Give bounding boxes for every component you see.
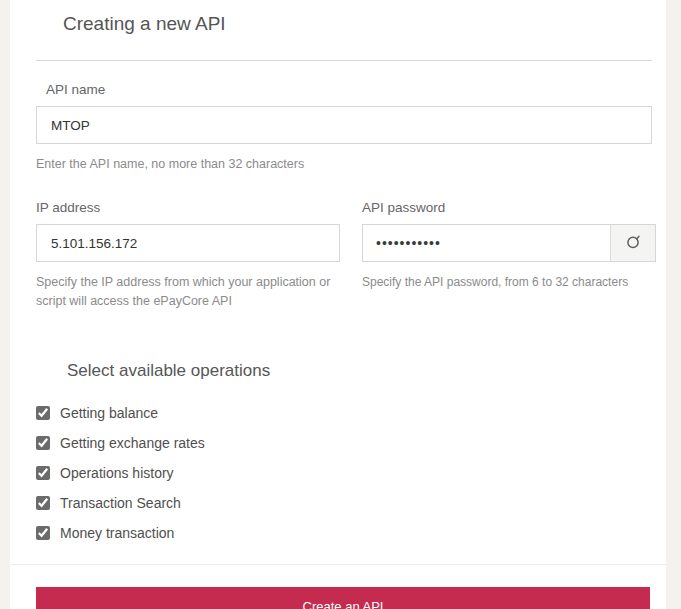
operation-money-transaction[interactable]: Money transaction bbox=[36, 518, 652, 548]
operation-label: Getting balance bbox=[60, 405, 158, 421]
ip-password-row: IP address Specify the IP address from w… bbox=[36, 200, 652, 311]
ip-address-input[interactable] bbox=[36, 224, 340, 262]
ip-address-label: IP address bbox=[36, 200, 340, 216]
operation-getting-exchange-rates[interactable]: Getting exchange rates bbox=[36, 428, 652, 458]
operation-label: Operations history bbox=[60, 465, 174, 481]
operation-transaction-search[interactable]: Transaction Search bbox=[36, 488, 652, 518]
api-name-help: Enter the API name, no more than 32 char… bbox=[36, 155, 652, 174]
page-title: Creating a new API bbox=[63, 12, 652, 35]
header-divider bbox=[36, 60, 652, 61]
operations-heading: Select available operations bbox=[67, 361, 652, 381]
operation-label: Money transaction bbox=[60, 525, 174, 541]
footer-divider bbox=[10, 564, 666, 565]
refresh-icon bbox=[625, 233, 642, 253]
money-transaction-checkbox[interactable] bbox=[36, 526, 50, 540]
generate-password-button[interactable] bbox=[610, 225, 655, 261]
api-name-input[interactable] bbox=[36, 106, 652, 144]
api-name-field: API name Enter the API name, no more tha… bbox=[36, 82, 652, 174]
api-password-group bbox=[362, 224, 656, 262]
api-password-label: API password bbox=[362, 200, 656, 216]
transaction-search-checkbox[interactable] bbox=[36, 496, 50, 510]
api-name-label: API name bbox=[46, 82, 652, 98]
getting-exchange-rates-checkbox[interactable] bbox=[36, 436, 50, 450]
ip-address-field: IP address Specify the IP address from w… bbox=[36, 200, 340, 311]
operations-list: Getting balance Getting exchange rates O… bbox=[36, 398, 652, 548]
api-password-field: API password Specify the API password, f… bbox=[362, 200, 656, 311]
operation-operations-history[interactable]: Operations history bbox=[36, 458, 652, 488]
operations-history-checkbox[interactable] bbox=[36, 466, 50, 480]
ip-address-help: Specify the IP address from which your a… bbox=[36, 273, 340, 311]
create-api-button[interactable]: Create an API bbox=[36, 587, 650, 609]
operation-getting-balance[interactable]: Getting balance bbox=[36, 398, 652, 428]
api-password-input[interactable] bbox=[363, 225, 610, 261]
operation-label: Transaction Search bbox=[60, 495, 181, 511]
create-api-panel: Creating a new API API name Enter the AP… bbox=[10, 0, 666, 609]
operation-label: Getting exchange rates bbox=[60, 435, 205, 451]
api-password-help: Specify the API password, from 6 to 32 c… bbox=[362, 273, 656, 292]
getting-balance-checkbox[interactable] bbox=[36, 406, 50, 420]
